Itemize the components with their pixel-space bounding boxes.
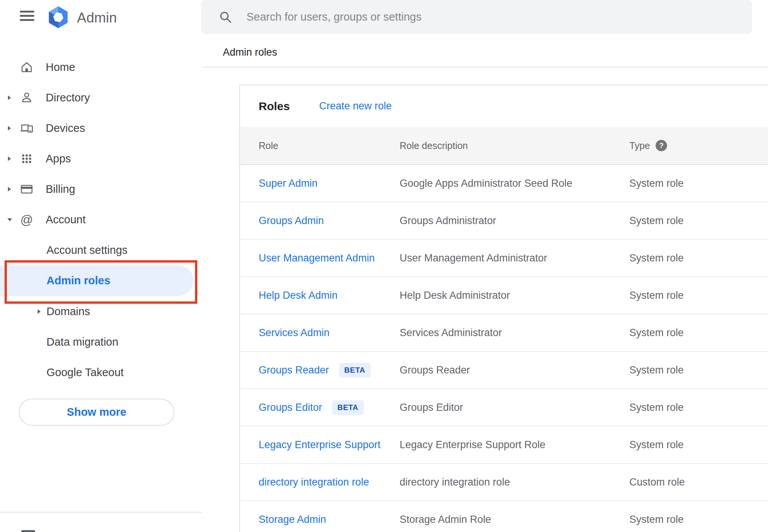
roles-table-body: Super AdminGoogle Apps Administrator See… [240,165,768,532]
show-more-button[interactable]: Show more [19,399,174,426]
beta-badge: BETA [339,363,371,378]
role-description: Legacy Enterprise Support Role [400,439,629,451]
page-title: Roles [259,100,290,113]
role-description: Groups Editor [400,402,629,413]
role-cell: directory integration role [259,476,400,488]
devices-icon [20,121,34,135]
table-row: Groups EditorBETAGroups EditorSystem rol… [240,389,768,426]
apps-grid-icon [20,152,34,165]
role-cell: Help Desk Admin [259,290,400,301]
role-cell: Groups Admin [259,215,400,227]
role-cell: Groups ReaderBETA [259,363,400,378]
sidebar-item-label: Account [46,213,86,226]
svg-text:@: @ [20,213,33,226]
role-type: System role [629,402,768,413]
sidebar-item-label: Directory [46,91,90,104]
role-link[interactable]: Groups Admin [259,215,324,227]
role-link[interactable]: Legacy Enterprise Support [259,439,381,451]
column-header-role: Role [259,140,400,151]
sidebar-bottom-divider [0,512,202,513]
role-link[interactable]: Super Admin [259,178,318,189]
sidebar-item-label: Devices [46,122,85,135]
role-type: System role [629,215,768,227]
role-link[interactable]: Help Desk Admin [259,290,338,301]
sidebar-item-account[interactable]: @Account [0,204,202,235]
chevron-down-icon[interactable] [7,217,14,222]
role-cell: Storage Admin [259,514,400,526]
menu-icon[interactable] [20,11,34,21]
topbar-divider [202,67,768,67]
table-row: Storage AdminStorage Admin RoleSystem ro… [240,501,768,532]
role-type: System role [629,364,768,376]
sidebar-item-devices[interactable]: Devices [0,113,202,143]
role-type: Custom role [629,476,768,488]
role-type: System role [629,252,768,264]
role-cell: Groups EditorBETA [259,400,400,415]
table-header-row: Role Role description Type ? [240,127,768,165]
sidebar-item-google-takeout[interactable]: Google Takeout [0,357,202,388]
create-new-role-link[interactable]: Create new role [319,100,392,112]
sidebar-item-billing[interactable]: Billing [0,174,202,204]
role-link[interactable]: Groups Reader [259,364,329,376]
chevron-right-icon[interactable] [7,186,14,192]
table-row: Groups ReaderBETAGroups ReaderSystem rol… [240,352,768,389]
help-icon[interactable]: ? [656,140,667,151]
sidebar-item-label: Google Takeout [46,366,124,379]
role-link[interactable]: Groups Editor [259,402,322,413]
breadcrumb: Admin roles [223,46,277,58]
role-link[interactable]: Storage Admin [259,514,326,526]
sidebar-item-home[interactable]: Home [0,52,202,82]
panel-header: Roles Create new role [240,85,768,127]
credit-card-icon [20,182,34,196]
role-cell: User Management Admin [259,252,400,264]
role-type: System role [629,514,768,526]
role-cell: Super Admin [259,178,400,189]
chevron-right-icon[interactable] [7,125,14,131]
table-row: Services AdminServices AdministratorSyst… [240,314,768,352]
chevron-right-icon[interactable] [7,95,14,101]
chevron-right-icon[interactable] [37,309,43,314]
role-link[interactable]: Services Admin [259,327,330,339]
sidebar-item-label: Domains [46,305,90,318]
role-description: Groups Administrator [400,215,629,227]
roles-panel: Roles Create new role Role Role descript… [239,85,768,532]
sidebar-item-label: Billing [46,183,75,195]
sidebar-item-label: Data migration [46,336,118,348]
search-placeholder: Search for users, groups or settings [246,11,421,23]
sidebar-nav: HomeDirectoryDevicesAppsBilling@AccountA… [0,52,202,388]
role-link[interactable]: User Management Admin [259,252,375,264]
sidebar: Admin HomeDirectoryDevicesAppsBilling@Ac… [0,0,202,532]
role-type: System role [629,327,768,339]
at-sign-icon: @ [20,213,34,226]
table-row: Help Desk AdminHelp Desk AdministratorSy… [240,277,768,314]
clipped-bottom-icon [21,530,35,532]
search-icon [219,11,232,24]
brand-bar: Admin [0,0,202,37]
table-row: Legacy Enterprise SupportLegacy Enterpri… [240,426,768,464]
role-description: Help Desk Administrator [400,290,629,301]
role-type: System role [629,290,768,301]
sidebar-item-domains[interactable]: Domains [0,296,202,327]
sidebar-item-admin-roles[interactable]: Admin roles [0,265,194,296]
role-description: Storage Admin Role [400,514,629,526]
sidebar-item-label: Account settings [46,244,128,256]
sidebar-item-directory[interactable]: Directory [0,82,202,113]
sidebar-item-account-settings[interactable]: Account settings [0,235,202,265]
beta-badge: BETA [332,400,364,415]
chevron-right-icon[interactable] [7,156,14,162]
sidebar-item-data-migration[interactable]: Data migration [0,327,202,357]
role-type: System role [629,439,768,451]
column-header-type-group: Type ? [629,140,768,151]
role-description: Google Apps Administrator Seed Role [400,178,629,189]
column-header-type: Type [629,140,650,151]
search-bar[interactable]: Search for users, groups or settings [201,0,752,34]
table-row: User Management AdminUser Management Adm… [240,240,768,277]
column-header-description: Role description [400,140,629,151]
sidebar-item-apps[interactable]: Apps [0,143,202,174]
role-description: User Management Administrator [400,252,629,264]
admin-logo-icon [49,6,68,29]
home-icon [20,60,34,74]
role-link[interactable]: directory integration role [259,476,369,488]
sidebar-item-label: Apps [46,152,71,165]
table-row: directory integration roledirectory inte… [240,464,768,501]
